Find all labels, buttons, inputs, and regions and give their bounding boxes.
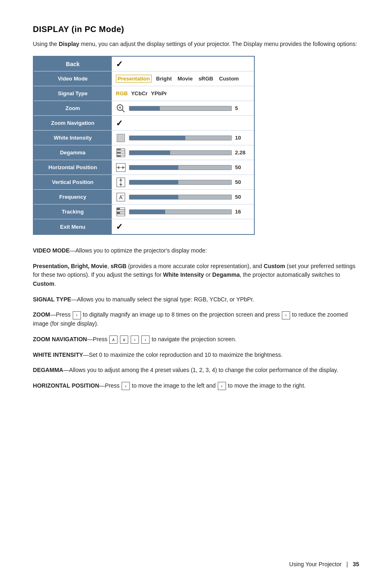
degamma-icon	[116, 148, 126, 158]
tracking-slider	[129, 209, 232, 214]
white-intensity-icon	[116, 133, 126, 143]
vm-option-custom: Custom	[218, 75, 240, 82]
term-white-intensity: WHITE INTENSITY	[33, 351, 83, 358]
osd-row-white-intensity: White Intensity 10	[34, 131, 254, 145]
tracking-value: 16	[235, 209, 250, 215]
desc-signal-type: SIGNAL TYPE—Allows you to manually selec…	[33, 295, 359, 304]
osd-menu-table: Back ✓ Video Mode Presentation Bright Mo…	[33, 56, 255, 235]
sig-option-rgb: RGB	[116, 90, 128, 96]
osd-content-zoom: 5	[112, 102, 254, 115]
vert-pos-value: 50	[235, 179, 250, 185]
page-footer: Using Your Projector | 35	[289, 561, 359, 567]
vm-option-srgb: sRGB	[197, 75, 214, 82]
zoom-slider	[129, 106, 232, 111]
osd-row-frequency: Frequency A ~ 50	[34, 190, 254, 204]
osd-label-frequency: Frequency	[34, 190, 112, 204]
osd-content-degamma: 2.28	[112, 146, 254, 159]
term-signal-type: SIGNAL TYPE	[33, 296, 71, 303]
sig-option-ypbpr: YPbPr	[151, 90, 167, 96]
desc-zoom-nav: ZOOM NAVIGATION—Press ∧ ∨ ‹ › to navigat…	[33, 335, 359, 344]
frequency-icon: A ~	[116, 192, 126, 202]
osd-content-white-intensity: 10	[112, 131, 254, 145]
zoom-icon	[116, 103, 126, 113]
desc-horiz-pos: HORIZONTAL POSITION—Press ‹ to move the …	[33, 381, 359, 390]
checkmark-zoom-nav: ✓	[116, 118, 123, 128]
osd-row-back: Back ✓	[34, 57, 254, 71]
tracking-icon	[116, 207, 126, 217]
osd-content-signal-type: RGB YCbCr YPbPr	[112, 89, 254, 98]
osd-content-back: ✓	[112, 57, 254, 71]
svg-marker-18	[119, 179, 122, 181]
osd-label-tracking: Tracking	[34, 204, 112, 219]
osd-row-degamma: Degamma 2.28	[34, 145, 254, 160]
svg-marker-19	[119, 184, 122, 186]
footer-text: Using Your Projector	[289, 561, 342, 567]
page-title: DISPLAY (in PC Mode)	[33, 25, 359, 34]
term-video-mode: VIDEO MODE	[33, 247, 69, 254]
checkmark-exit-menu: ✓	[116, 222, 123, 232]
term-zoom-nav: ZOOM NAVIGATION	[33, 336, 87, 342]
arrow-right-zoom: ›	[73, 311, 81, 319]
osd-label-zoom-nav: Zoom Navigation	[34, 116, 112, 130]
osd-label-degamma: Degamma	[34, 145, 112, 160]
osd-row-vert-pos: Vertical Position 50	[34, 175, 254, 190]
svg-marker-14	[118, 166, 119, 169]
osd-label-vert-pos: Vertical Position	[34, 175, 112, 189]
osd-row-video-mode: Video Mode Presentation Bright Movie sRG…	[34, 71, 254, 86]
degamma-slider	[129, 150, 232, 155]
osd-label-zoom: Zoom	[34, 101, 112, 115]
desc-white-intensity: WHITE INTENSITY—Set 0 to maximize the co…	[33, 351, 359, 360]
osd-content-zoom-nav: ✓	[112, 117, 254, 130]
arrow-left-zoom-nav: ‹	[131, 335, 139, 344]
horiz-pos-icon	[116, 163, 126, 172]
arrow-right-zoom-nav: ›	[141, 335, 150, 344]
osd-content-tracking: 16	[112, 205, 254, 218]
checkmark-back: ✓	[116, 59, 123, 69]
arrow-up-zoom-nav: ∧	[109, 335, 118, 344]
osd-label-horiz-pos: Horizontal Position	[34, 160, 112, 175]
osd-row-zoom-nav: Zoom Navigation ✓	[34, 116, 254, 131]
white-intensity-slider	[129, 136, 232, 140]
frequency-slider	[129, 195, 232, 200]
osd-content-horiz-pos: 50	[112, 161, 254, 174]
osd-content-exit-menu: ✓	[112, 220, 254, 233]
osd-label-exit-menu: Exit Menu	[34, 219, 112, 234]
osd-row-tracking: Tracking 16	[34, 204, 254, 219]
desc-zoom: ZOOM—Press › to digitally magnify an ima…	[33, 310, 359, 328]
arrow-left-zoom: ‹	[282, 311, 290, 319]
term-degamma: DEGAMMA	[33, 367, 63, 373]
svg-text:~: ~	[122, 193, 124, 198]
vm-option-bright: Bright	[155, 75, 173, 82]
osd-content-video-mode: Presentation Bright Movie sRGB Custom	[112, 73, 254, 84]
osd-label-video-mode: Video Mode	[34, 71, 112, 86]
desc-degamma: DEGAMMA—Allows you to adjust among the 4…	[33, 366, 359, 375]
vm-option-presentation: Presentation	[116, 75, 152, 83]
arrow-down-zoom-nav: ∨	[120, 335, 128, 344]
horiz-pos-slider	[129, 165, 232, 170]
term-zoom: ZOOM	[33, 311, 50, 318]
osd-row-signal-type: Signal Type RGB YCbCr YPbPr	[34, 86, 254, 101]
vm-option-movie: Movie	[176, 75, 194, 82]
osd-label-white-intensity: White Intensity	[34, 131, 112, 145]
degamma-value: 2.28	[235, 149, 250, 156]
intro-paragraph: Using the Display menu, you can adjust t…	[33, 40, 359, 48]
osd-row-exit-menu: Exit Menu ✓	[34, 219, 254, 234]
horiz-pos-value: 50	[235, 164, 250, 170]
osd-label-signal-type: Signal Type	[34, 86, 112, 101]
sig-option-ycbcr: YCbCr	[131, 90, 148, 96]
osd-row-zoom: Zoom 5	[34, 101, 254, 116]
osd-content-vert-pos: 50	[112, 176, 254, 189]
arrow-left-horiz: ‹	[122, 382, 130, 390]
osd-content-frequency: A ~ 50	[112, 191, 254, 204]
svg-rect-28	[117, 212, 120, 214]
svg-line-1	[122, 110, 125, 112]
svg-rect-27	[117, 208, 120, 210]
white-intensity-value: 10	[235, 135, 250, 141]
frequency-value: 50	[235, 194, 250, 200]
term-horiz-pos: HORIZONTAL POSITION	[33, 382, 99, 389]
osd-label-back: Back	[34, 57, 112, 71]
desc-video-mode-options: Presentation, Bright, Movie, sRGB (provi…	[33, 262, 359, 289]
footer-page: 35	[353, 561, 359, 567]
svg-rect-9	[117, 149, 121, 150]
zoom-value: 5	[235, 105, 250, 111]
